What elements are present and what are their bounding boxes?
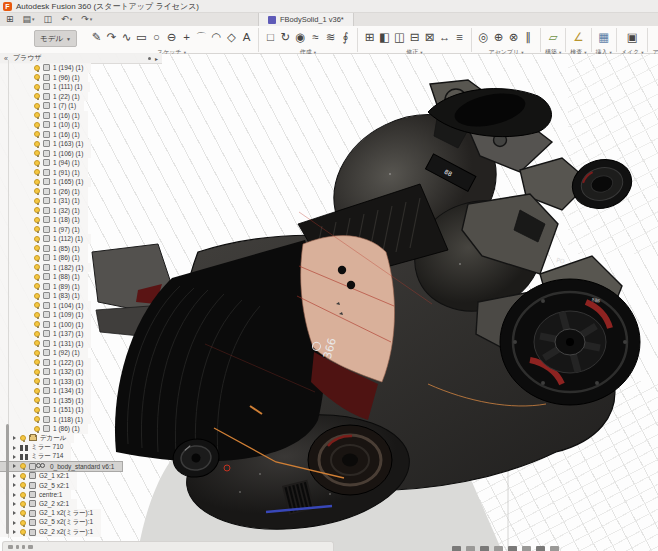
expander-icon[interactable] (13, 474, 16, 478)
joint-icon[interactable]: ⊕ (491, 28, 506, 47)
browser-body-row[interactable]: 1 (94) (1) (0, 158, 88, 168)
browser-body-row[interactable]: 1 (16) (1) (0, 111, 88, 121)
visibility-bulb-icon[interactable] (34, 331, 40, 337)
timeline-play-icon[interactable] (22, 545, 25, 549)
fillet-icon[interactable]: ◧ (377, 28, 392, 47)
file-menu-icon[interactable]: ▤▾ (23, 13, 35, 26)
browser-body-row[interactable]: 1 (112) (1) (0, 234, 91, 244)
visibility-bulb-icon[interactable] (34, 198, 40, 204)
visibility-bulb-icon[interactable] (34, 312, 40, 318)
timeline-skip-start-icon[interactable] (8, 545, 13, 549)
visibility-bulb-icon[interactable] (20, 510, 26, 516)
visibility-bulb-icon[interactable] (34, 74, 40, 80)
browser-component-row[interactable]: centre:1 (0, 490, 71, 499)
visibility-bulb-icon[interactable] (34, 274, 40, 280)
visibility-bulb-icon[interactable] (34, 388, 40, 394)
visibility-bulb-icon[interactable] (34, 416, 40, 422)
browser-body-row[interactable]: 1 (26) (1) (0, 187, 88, 197)
expander-icon[interactable] (13, 464, 16, 468)
shell-icon[interactable]: ◫ (392, 28, 407, 47)
browser-body-row[interactable]: 1 (133) (1) (0, 377, 91, 387)
hole-icon[interactable]: ◉ (293, 28, 308, 47)
visibility-bulb-icon[interactable] (34, 169, 40, 175)
create-sketch-icon[interactable]: ✎ (89, 28, 104, 47)
browser-component-row[interactable]: ミラー 714 (0, 452, 71, 461)
visibility-bulb-icon[interactable] (20, 463, 26, 469)
browser-body-row[interactable]: 1 (32) (1) (0, 206, 88, 216)
visibility-bulb-icon[interactable] (34, 188, 40, 194)
look-at-icon[interactable] (466, 546, 475, 551)
as-built-joint-icon[interactable]: ⊗ (506, 28, 521, 47)
visibility-bulb-icon[interactable] (34, 378, 40, 384)
viewports-icon[interactable] (550, 546, 559, 551)
point-icon[interactable]: + (179, 28, 194, 47)
insert-image-icon[interactable]: ▦ (596, 28, 611, 47)
browser-body-row[interactable]: 1 (194) (1) (0, 63, 91, 73)
visibility-bulb-icon[interactable] (20, 529, 26, 535)
text-icon[interactable]: A (239, 28, 254, 47)
browser-body-row[interactable]: 1 (88) (1) (0, 272, 88, 282)
visibility-bulb-icon[interactable] (34, 426, 40, 432)
browser-body-row[interactable]: 1 (182) (1) (0, 263, 91, 273)
sweep-icon[interactable]: ≈ (308, 28, 323, 47)
visibility-bulb-icon[interactable] (20, 520, 26, 526)
visibility-bulb-icon[interactable] (34, 131, 40, 137)
visibility-bulb-icon[interactable] (34, 359, 40, 365)
browser-body-row[interactable]: 1 (122) (1) (0, 358, 91, 368)
expander-icon[interactable] (13, 530, 16, 534)
browser-body-row[interactable]: 1 (118) (1) (0, 415, 91, 425)
expander-icon[interactable] (13, 455, 16, 459)
visibility-bulb-icon[interactable] (20, 473, 26, 479)
browser-body-row[interactable]: 1 (91) (1) (0, 168, 88, 178)
app-grid-icon[interactable]: ⊞ (6, 13, 14, 26)
polygon-icon[interactable]: ◇ (224, 28, 239, 47)
visibility-bulb-icon[interactable] (20, 501, 26, 507)
visibility-bulb-icon[interactable] (34, 207, 40, 213)
spline-icon[interactable]: ∿ (119, 28, 134, 47)
visibility-bulb-icon[interactable] (34, 122, 40, 128)
make-icon[interactable]: ▣ (625, 28, 640, 47)
visibility-bulb-icon[interactable] (20, 482, 26, 488)
browser-body-row[interactable]: 1 (106) (1) (0, 149, 91, 159)
expander-icon[interactable] (13, 446, 16, 450)
visibility-bulb-icon[interactable] (34, 340, 40, 346)
visibility-bulb-icon[interactable] (34, 293, 40, 299)
browser-body-row[interactable]: 1 (7) (1) (0, 101, 84, 111)
visibility-bulb-icon[interactable] (34, 236, 40, 242)
visibility-bulb-icon[interactable] (20, 492, 26, 498)
expander-icon[interactable] (13, 521, 16, 525)
visibility-bulb-icon[interactable] (34, 255, 40, 261)
measure-icon[interactable]: ∠ (571, 28, 586, 47)
browser-body-row[interactable]: 1 (31) (1) (0, 196, 88, 206)
press-pull-icon[interactable]: ⊞ (362, 28, 377, 47)
visibility-bulb-icon[interactable] (34, 112, 40, 118)
browser-body-row[interactable]: 1 (18) (1) (0, 215, 88, 225)
revolve-icon[interactable]: ↻ (278, 28, 293, 47)
browser-body-row[interactable]: 1 (22) (1) (0, 92, 88, 102)
visibility-bulb-icon[interactable] (34, 226, 40, 232)
visibility-bulb-icon[interactable] (34, 160, 40, 166)
slot-icon[interactable]: ⊖ (164, 28, 179, 47)
visibility-bulb-icon[interactable] (34, 103, 40, 109)
visibility-bulb-icon[interactable] (34, 283, 40, 289)
browser-body-row[interactable]: 1 (10) (1) (0, 120, 88, 130)
browser-body-row[interactable]: 1 (137) (1) (0, 329, 91, 339)
pan-icon[interactable] (480, 546, 489, 551)
coil-icon[interactable]: ∮ (338, 28, 353, 47)
browser-component-row[interactable]: G2_1 x2(ミラー):1 (0, 509, 101, 518)
loft-icon[interactable]: ≋ (323, 28, 338, 47)
browser-body-row[interactable]: 1 (85) (1) (0, 244, 88, 254)
new-component-icon[interactable]: ◎ (476, 28, 491, 47)
split-icon[interactable]: ⊠ (422, 28, 437, 47)
grid-display-icon[interactable] (536, 546, 545, 551)
visibility-bulb-icon[interactable] (34, 350, 40, 356)
browser-body-row[interactable]: 1 (134) (1) (0, 386, 91, 396)
browser-component-row[interactable]: G2_5 x2:1 (0, 480, 77, 489)
browser-body-row[interactable]: 1 (92) (1) (0, 348, 88, 358)
browser-body-row[interactable]: 1 (16) (1) (0, 130, 88, 140)
rectangle-icon[interactable]: ▭ (134, 28, 149, 47)
extrude-icon[interactable]: □ (263, 28, 278, 47)
visibility-bulb-icon[interactable] (34, 369, 40, 375)
browser-body-row[interactable]: 1 (132) (1) (0, 367, 91, 377)
visibility-bulb-icon[interactable] (34, 245, 40, 251)
